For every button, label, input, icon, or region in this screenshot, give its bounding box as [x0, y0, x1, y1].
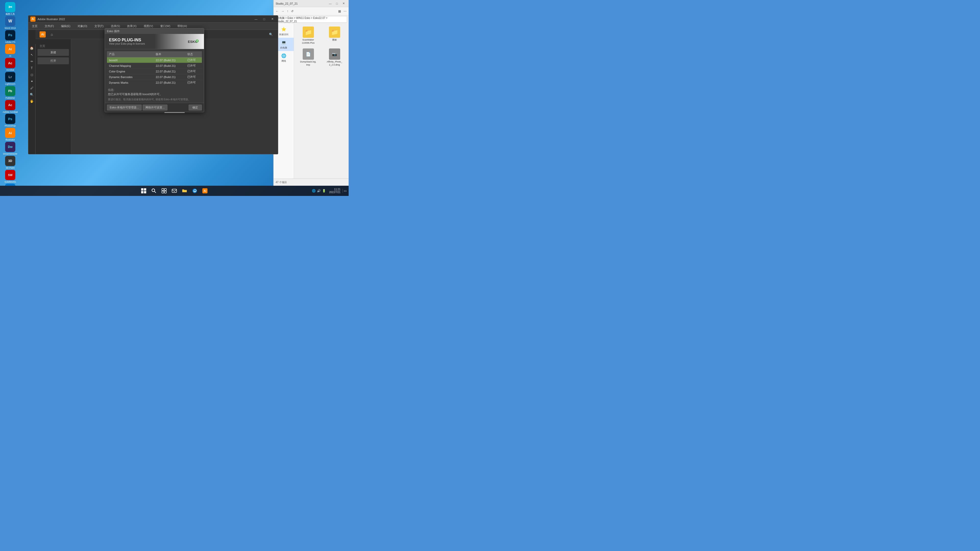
- rp-file-affinity[interactable]: 📷 Affinity_Photo_2_2.0.dmg: [322, 48, 347, 67]
- app-ps1[interactable]: Ps Adobe PS: [1, 30, 19, 44]
- minimize-button[interactable]: —: [252, 17, 259, 22]
- rp-up-button[interactable]: ↑: [286, 8, 290, 14]
- tool-4[interactable]: ◻: [29, 72, 35, 78]
- dumpstack-icon: 📄: [303, 48, 314, 60]
- plugin-status-4: 已许可: [185, 80, 202, 85]
- nav-network-icon: 🌐: [281, 52, 287, 59]
- app-label-ai: Ai: [9, 55, 11, 57]
- plugin-row-3[interactable]: Dynamic Barcodes22.07 (Build 21)已许可: [107, 74, 202, 80]
- app-solidworks[interactable]: SW SolidWorks: [1, 170, 19, 183]
- esko-table-scroll[interactable]: 产品 版本 状态 boostX22.07 (Build 21)已许可Channe…: [107, 51, 202, 84]
- rp-refresh-button[interactable]: ↺: [290, 8, 294, 14]
- ai-sidebar-icon: Ai: [5, 44, 15, 54]
- rp-more-button[interactable]: ⋯: [342, 8, 348, 14]
- tool-6[interactable]: 🖊: [29, 85, 35, 91]
- rp-toolbar: ← → ↑ ↺ ▦ ⋯: [274, 7, 348, 15]
- tool-7[interactable]: 🔍: [29, 92, 35, 98]
- menu-file[interactable]: 文件(F): [43, 24, 56, 29]
- open-document-button[interactable]: 打开: [38, 57, 69, 64]
- app-publisher[interactable]: Pb Publisher: [1, 86, 19, 100]
- app-label-acrobat1: Acrobat: [6, 68, 14, 71]
- confirm-button[interactable]: 确定: [189, 105, 202, 110]
- folder-icon2: 📁: [329, 27, 340, 38]
- tool-5[interactable]: ✦: [29, 78, 35, 84]
- plugin-version-0: 22.07 (Build 21): [154, 57, 185, 63]
- app-acrobat1[interactable]: Ac Acrobat: [1, 58, 19, 71]
- taskbar: Ai 🌐 🔊 🔋 11:21 2022/7/21 ▭: [0, 186, 348, 196]
- app-network[interactable]: 🌐 Network: [1, 184, 19, 186]
- menu-text[interactable]: 文字(T): [93, 24, 105, 29]
- rp-file-icon2[interactable]: 📁 图标: [322, 25, 347, 45]
- tool-3[interactable]: T: [29, 65, 35, 71]
- browser-taskbar-button[interactable]: [190, 186, 199, 195]
- app-label-ps2: Photoshop: [5, 124, 16, 127]
- affinity-icon: 📷: [329, 48, 340, 60]
- app-lr[interactable]: Lr Lightroom: [1, 72, 19, 86]
- maximize-button[interactable]: □: [261, 17, 268, 22]
- plugin-name-0: boostX: [107, 57, 154, 63]
- menu-edit[interactable]: 编辑(E): [59, 24, 72, 29]
- taskview-button[interactable]: [159, 186, 169, 195]
- app-ai2[interactable]: Ai Illustrator: [1, 128, 19, 141]
- rp-forward-button[interactable]: →: [280, 8, 285, 14]
- tool-home[interactable]: 🏠: [29, 45, 35, 51]
- local-mgr-button[interactable]: Esko-本地许可管理器...: [107, 105, 142, 110]
- app-3d[interactable]: 3D 3D Paint: [1, 156, 19, 169]
- ps2-icon: Ps: [5, 114, 15, 124]
- menu-home[interactable]: 主页: [30, 24, 39, 29]
- clock-date: 2022/7/21: [329, 191, 341, 194]
- home-nav-icon[interactable]: ⌂: [49, 32, 55, 38]
- menu-object[interactable]: 对象(O): [76, 24, 89, 29]
- plugin-row-1[interactable]: Channel Mapping22.07 (Build 21)已许可: [107, 63, 202, 68]
- 3d-icon: 3D: [5, 156, 15, 166]
- app-acrobat2[interactable]: Ac Adobe Acrobat: [1, 100, 19, 114]
- rp-body: ⭐ 快速访问 💻 此电脑 🌐 网络 📁 ScanMaker110096.Plus: [274, 24, 348, 186]
- folder-taskbar-button[interactable]: [180, 186, 189, 195]
- app-snippingtool[interactable]: ✂ 截图工具: [1, 2, 19, 16]
- esko-info-text: 您已从许可可服务器获取用 boostX的许可。: [108, 92, 201, 96]
- svg-rect-12: [172, 189, 177, 192]
- rp-minimize[interactable]: —: [327, 1, 333, 6]
- new-document-button[interactable]: 新建: [38, 49, 69, 56]
- esko-plugins-table: 产品 版本 状态 boostX22.07 (Build 21)已许可Channe…: [107, 51, 202, 84]
- system-tray: 🌐 🔊 🔋: [311, 189, 327, 193]
- esko-header: ESKO PLUG-INS View your Esko plug-In lic…: [105, 34, 204, 49]
- app-label-acrobat2: Adobe Acrobat: [3, 111, 18, 114]
- app-label-publisher: Publisher: [5, 97, 15, 100]
- plugin-row-0[interactable]: boostX22.07 (Build 21)已许可: [107, 57, 202, 63]
- mail-taskbar-button[interactable]: [170, 186, 179, 195]
- esko-table-container: 产品 版本 状态 boostX22.07 (Build 21)已许可Channe…: [105, 49, 204, 86]
- rp-maximize[interactable]: □: [334, 1, 340, 6]
- tray-volume-icon[interactable]: 🔊: [317, 189, 321, 193]
- rp-address-bar[interactable]: 此电脑 > Esko > WIN11 Esko > Esko22.07 > St…: [275, 16, 347, 23]
- rp-view-button[interactable]: ▦: [337, 8, 342, 14]
- taskbar-clock[interactable]: 11:21 2022/7/21: [329, 188, 341, 194]
- search-taskbar-button[interactable]: [149, 186, 159, 195]
- tool-1[interactable]: ↖: [29, 52, 35, 58]
- tray-battery-icon[interactable]: 🔋: [322, 189, 326, 193]
- plugin-version-1: 22.07 (Build 21): [154, 63, 185, 68]
- tool-8[interactable]: 🖐: [29, 98, 35, 104]
- show-desktop-button[interactable]: ▭: [342, 189, 347, 193]
- rp-close[interactable]: ✕: [340, 1, 347, 6]
- app-ai-sidebar[interactable]: Ai Ai: [1, 44, 19, 57]
- plugin-row-4[interactable]: Dynamic Marks22.07 (Build 21)已许可: [107, 80, 202, 85]
- app-ps2[interactable]: Ps Photoshop: [1, 114, 19, 127]
- rp-file-dumpstack[interactable]: 📄 DumpStack.log.tmp: [296, 48, 320, 67]
- esko-logo-svg: ESKO: [188, 38, 199, 45]
- esko-info-section: 信息: 您已从许可可服务器获取用 boostX的许可。 要进行激活、取消激活或修…: [105, 86, 204, 103]
- rp-back-button[interactable]: ←: [275, 8, 280, 14]
- plugin-row-2[interactable]: Color Engine22.07 (Build 21)已许可: [107, 68, 202, 74]
- close-button[interactable]: ✕: [269, 17, 276, 22]
- ai-taskbar-button[interactable]: Ai: [200, 186, 210, 195]
- network-button[interactable]: 网络许可设置...: [143, 105, 167, 110]
- tool-2[interactable]: ✏: [29, 59, 35, 65]
- app-word[interactable]: W Word 2016: [1, 16, 19, 30]
- start-button[interactable]: [139, 186, 148, 195]
- svg-rect-3: [144, 188, 146, 191]
- ai-search-icon[interactable]: 🔍: [268, 32, 274, 38]
- rp-file-scanmaker[interactable]: 📁 ScanMaker110096.Plus: [296, 25, 320, 45]
- tray-network-icon[interactable]: 🌐: [312, 189, 316, 193]
- app-dw[interactable]: Dw Dreamweaver: [1, 142, 19, 156]
- network-icon: 🌐: [5, 184, 15, 186]
